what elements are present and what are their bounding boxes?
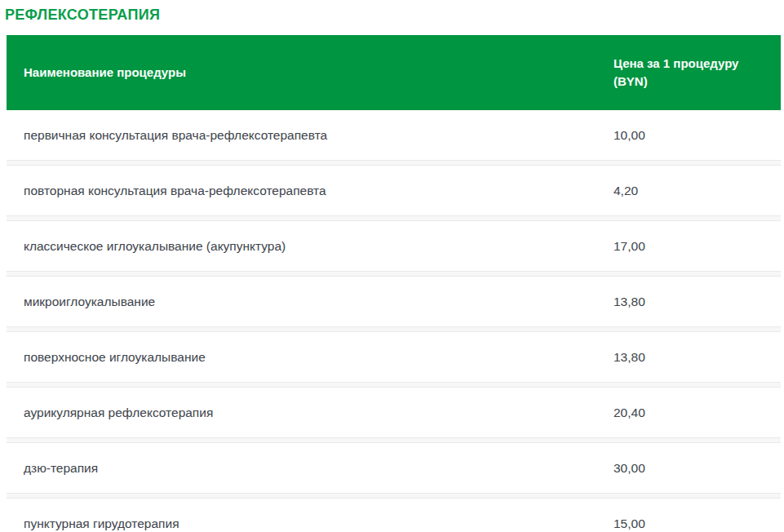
table-row: микроиглоукалывание 13,80 [7, 276, 781, 327]
table-row: классическое иглоукалывание (акупунктура… [7, 220, 781, 272]
price-list-page: РЕФЛЕКСОТЕРАПИЯ Наименование процедуры Ц… [0, 6, 784, 532]
procedure-price: 13,80 [597, 277, 781, 326]
table-row: поверхносное иглоукалывание 13,80 [7, 331, 781, 383]
table-row: первичная консультация врача-рефлексотер… [7, 110, 781, 161]
procedure-price: 4,20 [597, 166, 781, 215]
procedure-name: классическое иглоукалывание (акупунктура… [7, 221, 597, 271]
procedure-name: первичная консультация врача-рефлексотер… [7, 110, 597, 160]
table-row: аурикулярная рефлексотерапия 20,40 [7, 387, 781, 438]
procedure-name: дзю-терапия [7, 443, 597, 493]
table-row: пунктурная гирудотерапия 15,00 [7, 498, 781, 532]
procedure-price: 20,40 [597, 388, 781, 437]
procedure-price: 17,00 [597, 221, 781, 271]
procedure-name: пунктурная гирудотерапия [7, 499, 597, 532]
page-title: РЕФЛЕКСОТЕРАПИЯ [5, 6, 784, 24]
procedure-price: 10,00 [597, 110, 781, 160]
procedure-price: 13,80 [597, 332, 781, 382]
table-header-row: Наименование процедуры Цена за 1 процеду… [7, 35, 781, 110]
table-body: первичная консультация врача-рефлексотер… [7, 110, 781, 532]
procedure-name: поверхносное иглоукалывание [7, 332, 597, 382]
column-header-price-label: Цена за 1 процедуру (BYN) [613, 55, 752, 91]
procedure-name: аурикулярная рефлексотерапия [7, 388, 597, 437]
procedure-price: 30,00 [597, 443, 781, 493]
table-row: дзю-терапия 30,00 [7, 442, 781, 494]
procedure-price: 15,00 [597, 499, 781, 532]
procedure-name: микроиглоукалывание [7, 277, 597, 326]
column-header-price: Цена за 1 процедуру (BYN) [597, 35, 781, 110]
column-header-procedure: Наименование процедуры [7, 35, 597, 110]
procedure-name: повторная консультация врача-рефлексотер… [7, 166, 597, 215]
price-table: Наименование процедуры Цена за 1 процеду… [7, 35, 781, 532]
table-row: повторная консультация врача-рефлексотер… [7, 165, 781, 216]
